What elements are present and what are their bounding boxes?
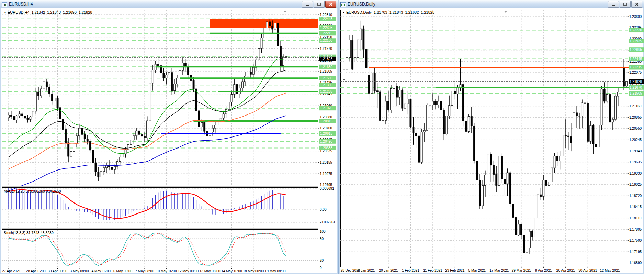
- stoch-title: Stoch(13,3,3): [4, 231, 25, 235]
- high-value: 1.21843: [389, 10, 403, 14]
- close-value: 1.21828: [79, 10, 92, 14]
- svg-text:20 Jan 2021: 20 Jan 2021: [379, 268, 398, 272]
- chart-area-h4[interactable]: 1.225101.223301.221501.219701.217851.216…: [1, 8, 337, 273]
- macd-values: 0.001860 0.002658: [30, 189, 61, 193]
- svg-text:1.22215: 1.22215: [320, 31, 333, 35]
- svg-text:19 May 08:00: 19 May 08:00: [265, 269, 286, 273]
- svg-text:7 May 08:00: 7 May 08:00: [135, 269, 154, 273]
- svg-text:1.20615: 1.20615: [320, 132, 333, 135]
- svg-text:1.23230: 1.23230: [630, 28, 642, 32]
- svg-text:12 May 00:00: 12 May 00:00: [178, 269, 199, 273]
- stoch-values: 31.7843 43.8239: [26, 231, 54, 235]
- svg-text:1.19330: 1.19330: [629, 172, 642, 175]
- chart-icon: [2, 2, 7, 7]
- symbol-label: EURUSD,H4: [8, 10, 30, 14]
- svg-text:30 Apr 2021: 30 Apr 2021: [578, 268, 597, 272]
- titlebar-h4[interactable]: EURUSD,H4: [0, 0, 338, 8]
- svg-text:1.22215: 1.22215: [630, 65, 642, 69]
- svg-text:100: 100: [320, 230, 326, 233]
- svg-text:80: 80: [320, 237, 324, 241]
- svg-text:1.17805: 1.17805: [629, 228, 642, 231]
- svg-text:1.19940: 1.19940: [629, 149, 642, 153]
- svg-text:20 Apr 2021: 20 Apr 2021: [556, 268, 575, 272]
- svg-text:1.19635: 1.19635: [629, 160, 642, 164]
- chart-window-daily: EURUSD,Daily 1.236001.232951.229901.2268…: [339, 0, 644, 274]
- svg-text:-0.002261: -0.002261: [320, 220, 335, 224]
- svg-text:20: 20: [320, 259, 324, 262]
- maximize-button[interactable]: [314, 1, 325, 8]
- open-value: 1.21842: [32, 10, 45, 14]
- window-title: EURUSD,Daily: [348, 2, 606, 7]
- svg-text:3 May 08:00: 3 May 08:00: [70, 269, 89, 273]
- svg-text:1.20550: 1.20550: [629, 127, 642, 130]
- svg-text:1.21828: 1.21828: [630, 80, 642, 84]
- high-value: 1.21843: [47, 10, 61, 14]
- svg-text:1.17500: 1.17500: [629, 239, 642, 242]
- low-value: 1.21682: [405, 10, 419, 14]
- svg-text:1.18110: 1.18110: [629, 216, 642, 220]
- ohlc-info-daily: ▼ EURUSD,Daily1.217031.218431.216821.218…: [342, 10, 434, 14]
- minimize-button[interactable]: [608, 1, 619, 8]
- svg-text:1.22445: 1.22445: [320, 17, 333, 21]
- svg-text:1.21970: 1.21970: [320, 47, 332, 51]
- close-icon[interactable]: [325, 1, 336, 8]
- titlebar-daily[interactable]: EURUSD,Daily: [339, 0, 644, 8]
- chevron-down-icon: ▼: [4, 11, 7, 14]
- svg-text:8 Apr 2021: 8 Apr 2021: [535, 268, 552, 272]
- svg-text:23 Feb 2021: 23 Feb 2021: [445, 268, 465, 272]
- svg-text:1.21670: 1.21670: [630, 86, 642, 89]
- svg-text:1.20385: 1.20385: [320, 146, 333, 150]
- svg-text:14 May 16:00: 14 May 16:00: [221, 269, 242, 273]
- svg-text:1.21828: 1.21828: [320, 57, 333, 61]
- svg-text:1.16890: 1.16890: [629, 261, 642, 265]
- svg-text:6 May 00:00: 6 May 00:00: [113, 269, 132, 273]
- chart-area-daily[interactable]: 1.236001.232951.229901.226851.223801.220…: [340, 8, 643, 273]
- chart-window-h4: EURUSD,H4 1.225101.223301.221501.219701.…: [0, 0, 338, 274]
- stoch-indicator-label: Stoch(13,3,3) 31.7843 43.8239: [4, 231, 54, 235]
- svg-text:28 Apr 16:00: 28 Apr 16:00: [26, 269, 46, 273]
- daily-chart-canvas[interactable]: 1.236001.232951.229901.226851.223801.220…: [340, 8, 644, 274]
- svg-text:1.22305: 1.22305: [320, 26, 333, 30]
- close-icon[interactable]: [631, 1, 642, 8]
- macd-indicator-label: MACD(12,26,9) 0.001860 0.002658: [4, 189, 61, 193]
- svg-text:11 Feb 2021: 11 Feb 2021: [423, 268, 442, 272]
- svg-text:1.19025: 1.19025: [629, 183, 642, 186]
- svg-text:1.20155: 1.20155: [320, 161, 332, 164]
- svg-text:1.21680: 1.21680: [320, 65, 333, 69]
- svg-text:4 May 16:00: 4 May 16:00: [92, 269, 111, 273]
- chevron-down-icon: ▼: [342, 11, 345, 14]
- svg-text:1.20815: 1.20815: [320, 119, 333, 123]
- svg-text:1.23600: 1.23600: [629, 15, 642, 19]
- svg-text:1.22510: 1.22510: [320, 13, 332, 17]
- chart-icon: [340, 2, 346, 7]
- svg-text:30 Apr 00:00: 30 Apr 00:00: [48, 269, 67, 273]
- svg-text:1.20880: 1.20880: [320, 115, 332, 119]
- maximize-button[interactable]: [620, 1, 631, 8]
- symbol-label: EURUSD,Daily: [346, 10, 372, 14]
- svg-text:1.21500: 1.21500: [320, 76, 333, 80]
- svg-text:1.20700: 1.20700: [320, 126, 332, 130]
- svg-text:1.22100: 1.22100: [320, 39, 333, 42]
- svg-text:1.21160: 1.21160: [629, 104, 642, 108]
- svg-text:5 Mar 2021: 5 Mar 2021: [468, 268, 486, 272]
- svg-text:1.22695: 1.22695: [630, 48, 642, 52]
- ohlc-info-h4: ▼ EURUSD,H41.218421.218431.216901.21828: [4, 10, 92, 14]
- svg-text:1.21505: 1.21505: [630, 91, 642, 95]
- svg-text:1.21390: 1.21390: [320, 83, 333, 87]
- svg-text:1.21020: 1.21020: [320, 106, 333, 110]
- minimize-button[interactable]: [302, 1, 313, 8]
- svg-text:13 May 08:00: 13 May 08:00: [200, 269, 221, 273]
- svg-text:1.18415: 1.18415: [629, 205, 642, 209]
- low-value: 1.21690: [63, 10, 77, 14]
- svg-text:29 Mar 2021: 29 Mar 2021: [512, 268, 531, 272]
- svg-text:8 Jan 2021: 8 Jan 2021: [358, 268, 375, 272]
- svg-text:1.20245: 1.20245: [629, 138, 642, 142]
- open-value: 1.21703: [374, 10, 387, 14]
- macd-title: MACD(12,26,9): [4, 189, 29, 193]
- svg-text:0: 0: [320, 266, 322, 270]
- svg-text:12 May 2021: 12 May 2021: [600, 268, 620, 272]
- svg-text:1 Feb 2021: 1 Feb 2021: [402, 268, 419, 272]
- svg-text:1.22445: 1.22445: [630, 57, 642, 61]
- svg-text:0.003691: 0.003691: [320, 187, 334, 190]
- mdi-workspace: EURUSD,H4 1.225101.223301.221501.219701.…: [0, 0, 644, 274]
